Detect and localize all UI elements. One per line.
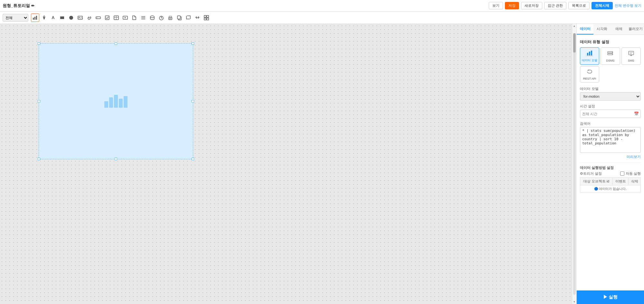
data-type-section: 데이터 유형 설정 데이터 모델 DSMS [580,39,641,83]
top-bar: 원형_튜토리얼 ✏ 보기 저장 새로저장 접근 관한 목록으로 전체시제 전체 … [0,0,644,12]
svg-point-5 [69,16,73,20]
resize-handle-bl[interactable] [38,158,40,160]
exec-title: 데이터 실행방법 설정 [580,165,641,170]
svg-rect-1 [34,17,35,20]
image-tool[interactable] [76,14,84,22]
var-show-link[interactable]: 전체 변수명 보기 [615,3,641,8]
tab-plugin[interactable]: 플러오기 [627,24,644,34]
top-bar-left: 원형_튜토리얼 ✏ [3,3,34,9]
save-button[interactable]: 저장 [505,2,519,9]
svg-rect-24 [169,18,171,18]
data-tool[interactable] [148,14,156,22]
view-button[interactable]: 보기 [489,2,503,9]
data-type-rest-api[interactable]: REST API [580,66,599,83]
svg-point-39 [612,52,613,53]
trigger-label: ⚙트리거 설정 [580,171,602,176]
canvas-area[interactable]: ▲ ▼ [0,24,576,304]
exec-section: 데이터 실행방법 설정 ⚙트리거 설정 자동 실행 대상 오브젝트 id 이벤트… [580,165,641,193]
right-panel: 데이터 시각화 애제 플러오기 데이터 유형 설정 데이터 모델 [576,24,644,304]
map-tool[interactable] [40,14,48,22]
timer-tool[interactable] [157,14,166,22]
calendar-icon[interactable]: 📅 [634,112,639,116]
media-tool[interactable] [121,14,129,22]
svg-rect-37 [608,52,613,53]
full-screen-button[interactable]: 전체시제 [592,2,613,9]
data-type-data-model[interactable]: 데이터 모델 [580,47,599,65]
preview-link[interactable]: 미리보기 [580,154,641,159]
tab-example[interactable]: 애제 [611,24,627,34]
run-button[interactable]: ▶ 실행 [577,290,644,304]
svg-point-19 [150,16,154,18]
svg-rect-33 [587,53,588,55]
tab-visualize[interactable]: 시각화 [593,24,610,34]
trigger-row: ⚙트리거 설정 자동 실행 [580,171,641,176]
text-tool[interactable]: A [49,14,57,22]
time-input[interactable] [580,110,641,118]
link-tool[interactable] [85,14,93,22]
data-model-icon [586,50,593,57]
canvas-grid [0,24,576,304]
tab-data[interactable]: 데이터 [577,24,593,34]
panel-content: 데이터 유형 설정 데이터 모델 DSMS [577,35,644,290]
divider [580,162,641,163]
svg-rect-34 [589,52,590,55]
data-type-dsms[interactable]: DSMS [601,47,620,65]
data-model-select[interactable]: for-motion [580,92,641,101]
scroll-thumb[interactable] [573,33,576,53]
input-tool[interactable] [94,14,102,22]
expand-tool[interactable] [193,14,202,22]
data-model-field: 데이터 모델 for-motion [580,86,641,101]
resize-handle-ml[interactable] [38,100,40,103]
grid-tool[interactable] [202,14,211,22]
no-data-text: 🔵 데이터가 없습니다. [580,185,641,193]
svg-rect-32 [207,18,209,20]
auto-run-checkbox[interactable] [620,172,624,176]
access-control-button[interactable]: 접근 관한 [544,2,566,9]
resize-handle-tl[interactable] [38,42,40,45]
top-bar-right: 보기 저장 새로저장 접근 관한 목록으로 전체시제 전체 변수명 보기 [489,2,641,9]
sms-label: SMS [628,59,634,62]
rect-tool[interactable] [58,14,66,22]
resize-handle-tc[interactable] [115,42,117,45]
svg-rect-4 [60,16,64,19]
scroll-up-button[interactable]: ▲ [573,24,576,28]
sms-icon [628,50,634,58]
chart-widget[interactable] [39,43,193,159]
edit-title-icon[interactable]: ✏ [31,4,34,8]
rest-api-icon [586,68,593,76]
bar-chart-tool[interactable] [31,14,39,22]
circle-tool[interactable] [67,14,75,22]
svg-rect-10 [105,16,109,20]
svg-point-40 [612,54,613,54]
chart-placeholder [104,95,128,108]
checkbox-tool[interactable] [103,14,111,22]
list-tool[interactable] [139,14,147,22]
main-layout: ▲ ▼ 데이터 시각화 애제 플러오기 데이터 유형 설정 [0,24,644,304]
scope-select[interactable]: 전체 [3,14,28,22]
dsms-icon [607,50,613,58]
file-tool[interactable] [130,14,138,22]
auto-run-label: 자동 실행 [626,171,641,176]
svg-rect-6 [78,16,82,19]
svg-rect-0 [33,18,34,20]
auto-run-row: 자동 실행 [620,171,641,176]
copy-tool[interactable] [175,14,184,22]
print-tool[interactable] [166,14,175,22]
panel-tabs: 데이터 시각화 애제 플러오기 [577,24,644,35]
list-view-button[interactable]: 목록으로 [568,2,590,9]
resize-handle-bc[interactable] [115,158,117,160]
trigger-table: 대상 오브젝트 id 이벤트 삭제 🔵 데이터가 없습니다. [580,177,641,193]
resize-handle-mr[interactable] [192,100,194,103]
svg-rect-35 [591,51,592,55]
data-type-sms[interactable]: SMS [621,47,641,65]
new-save-button[interactable]: 새로저장 [521,2,542,9]
scroll-track [573,33,576,295]
search-textarea[interactable]: * | stats sum(population) as total_popul… [580,127,641,153]
vertical-scrollbar[interactable]: ▲ ▼ [572,24,576,304]
resize-handle-br[interactable] [192,158,194,160]
crop-tool[interactable] [184,14,193,22]
search-field: 검색어 * | stats sum(population) as total_p… [580,121,641,159]
resize-handle-tr[interactable] [192,42,194,45]
table-tool[interactable] [112,14,120,22]
scroll-down-button[interactable]: ▼ [573,300,576,304]
